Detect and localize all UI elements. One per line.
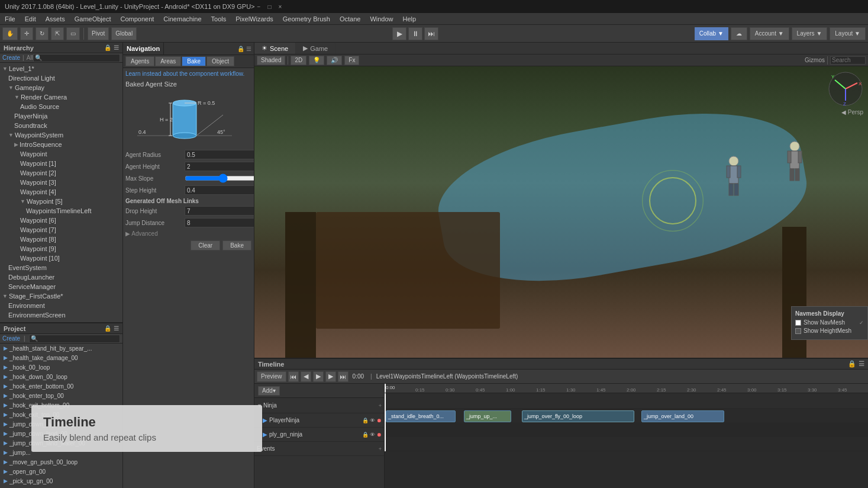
tab-areas[interactable]: Areas [155,56,181,66]
step-button[interactable]: ⏭ [424,27,438,40]
project-lock-icon[interactable]: 🔒 [104,325,111,332]
h-waypoint-5[interactable]: ▼Waypoint [5] [0,197,122,206]
proj-item-16[interactable]: ▶_pick_up_gn_crawl_00 [0,486,122,488]
inspector-menu-icon[interactable]: ☰ [246,46,251,52]
account-button[interactable]: ☁ [731,27,747,40]
h-render-camera[interactable]: ▼Render Camera [0,92,122,102]
h-environment[interactable]: Environment [0,301,122,310]
tl-play-button[interactable]: ▶ [313,371,324,382]
agent-height-input[interactable] [185,162,254,171]
preview-button[interactable]: Preview [257,371,286,382]
project-create-label[interactable]: Create [2,335,20,342]
2d-button[interactable]: 2D [291,56,306,65]
hierarchy-search[interactable] [33,54,120,62]
agent-radius-input[interactable] [185,150,254,159]
tl-prev-key-button[interactable]: ⏮ [288,371,299,382]
menu-window[interactable]: Window [365,13,398,24]
tab-agents[interactable]: Agents [125,56,154,66]
eye-icon-2[interactable]: 👁 [370,432,375,438]
record-btn-2[interactable]: ⏺ [376,432,382,438]
hierarchy-lock-icon[interactable]: 🔒 [104,44,111,51]
minimize-button[interactable]: − [255,2,263,11]
h-waypoint-3[interactable]: Waypoint [3] [0,178,122,187]
menu-octane[interactable]: Octane [335,13,365,24]
clear-button[interactable]: Clear [191,240,220,251]
menu-gameobject[interactable]: GameObject [70,13,116,24]
jump-distance-input[interactable] [185,218,254,227]
move-tool-button[interactable]: ✛ [20,27,33,40]
h-soundtrack[interactable]: Soundtrack [0,121,122,130]
pivot-button[interactable]: Pivot [88,27,109,40]
hand-tool-button[interactable]: ✋ [2,27,18,40]
lighting-button[interactable]: 💡 [309,56,324,65]
proj-item-5[interactable]: ▶_hook_enter_bottom_00 [0,381,122,391]
hierarchy-menu-icon[interactable]: ☰ [114,44,119,51]
play-button[interactable]: ▶ [392,27,406,40]
menu-pixelwizards[interactable]: PixelWizards [231,13,278,24]
proj-item-13[interactable]: ▶_move_gn_push_00_loop [0,457,122,467]
h-servicemanager[interactable]: ServiceManager [0,282,122,291]
h-level1[interactable]: ▼Level_1* [0,64,122,73]
layers-button[interactable]: Layers ▼ [792,27,828,40]
maximize-button[interactable]: □ [266,2,274,11]
create-label[interactable]: Create [2,54,20,61]
proj-item-1[interactable]: ▶_health_stand_hit_by_spear_... [0,343,122,353]
account-name-button[interactable]: Account ▼ [750,27,789,40]
tl-plygnninja-track[interactable]: ▶ ply_gn_ninja 🔒 👁 ⏺ [254,428,384,442]
show-heightmesh-check[interactable] [795,328,801,334]
shaded-button[interactable]: Shaded [257,56,285,65]
menu-component[interactable]: Component [115,13,159,24]
menu-tools[interactable]: Tools [206,13,231,24]
close-button[interactable]: × [276,2,285,11]
eye-icon-1[interactable]: 👁 [370,418,375,423]
rotate-tool-button[interactable]: ↻ [36,27,49,40]
audio-button[interactable]: 🔊 [327,56,342,65]
tab-object[interactable]: Object [206,56,234,66]
h-debuglauncher[interactable]: DebugLauncher [0,272,122,282]
bake-button[interactable]: Bake [222,240,251,251]
step-height-input[interactable] [185,185,254,195]
fx-button[interactable]: Fx [344,56,359,65]
h-waypointsystem[interactable]: ▼WaypointSystem [0,130,122,140]
h-waypoint-6[interactable]: Waypoint [6] [0,216,122,225]
h-waypoint-8[interactable]: Waypoint [8] [0,235,122,244]
tl-add-button[interactable]: Add▾ [258,386,280,396]
global-button[interactable]: Global [111,27,137,40]
menu-edit[interactable]: Edit [20,13,41,24]
advanced-section[interactable]: ▶ Advanced [125,230,251,237]
tl-ninja-track[interactable]: ▼ Ninja + [254,398,384,413]
menu-file[interactable]: File [0,13,20,24]
proj-item-4[interactable]: ▶_hook_down_00_loop [0,372,122,381]
timeline-menu-icon[interactable]: ☰ [859,360,864,368]
tl-events-track[interactable]: Events + [254,442,384,456]
inspector-lock-icon[interactable]: 🔒 [237,46,244,52]
collab-button[interactable]: Collab ▼ [695,27,728,40]
h-waypoint-2[interactable]: Waypoint [2] [0,168,122,178]
menu-geometrybrush[interactable]: Geometry Brush [278,13,335,24]
proj-item-15[interactable]: ▶_pick_up_gn_00 [0,476,122,486]
drop-height-input[interactable] [185,206,254,216]
lock-icon-1[interactable]: 🔒 [362,418,369,423]
events-add-icon[interactable]: + [379,446,382,452]
clip-stand-idle[interactable]: _stand_idle_breath_0... [386,410,456,422]
h-audio-source[interactable]: Audio Source [0,102,122,111]
viewport-canvas[interactable]: X Y Z ◀ Persp Navmesh Display Show NavMe… [254,66,868,358]
rect-tool-button[interactable]: ▭ [66,27,80,40]
project-menu-icon[interactable]: ☰ [114,325,119,332]
h-waypoints-timeline-left[interactable]: WaypointsTimelineLeft [0,206,122,216]
proj-item-3[interactable]: ▶_hook_00_loop [0,362,122,372]
proj-item-2[interactable]: ▶_health_take_damage_00 [0,353,122,362]
h-stage-firstcastle[interactable]: ▼Stage_FirstCastle* [0,291,122,301]
pause-button[interactable]: ⏸ [408,27,422,40]
proj-item-14[interactable]: ▶_open_gn_00 [0,467,122,476]
h-introsequence[interactable]: ▶IntroSequence [0,140,122,149]
h-waypoint-9[interactable]: Waypoint [9] [0,244,122,253]
show-navmesh-check[interactable] [795,320,801,326]
record-btn-1[interactable]: ⏺ [376,418,382,423]
clip-jump-land[interactable]: _jump_over_land_00 [641,410,724,422]
h-waypoint-1[interactable]: Waypoint [1] [0,159,122,168]
component-workflow-link[interactable]: Learn instead about the component workfl… [125,70,251,77]
clip-jump-fly-loop[interactable]: _jump_over_fly_00_loop [522,410,634,422]
tl-next-frame-button[interactable]: ▶ [325,371,336,382]
menu-cinemachine[interactable]: Cinemachine [159,13,206,24]
